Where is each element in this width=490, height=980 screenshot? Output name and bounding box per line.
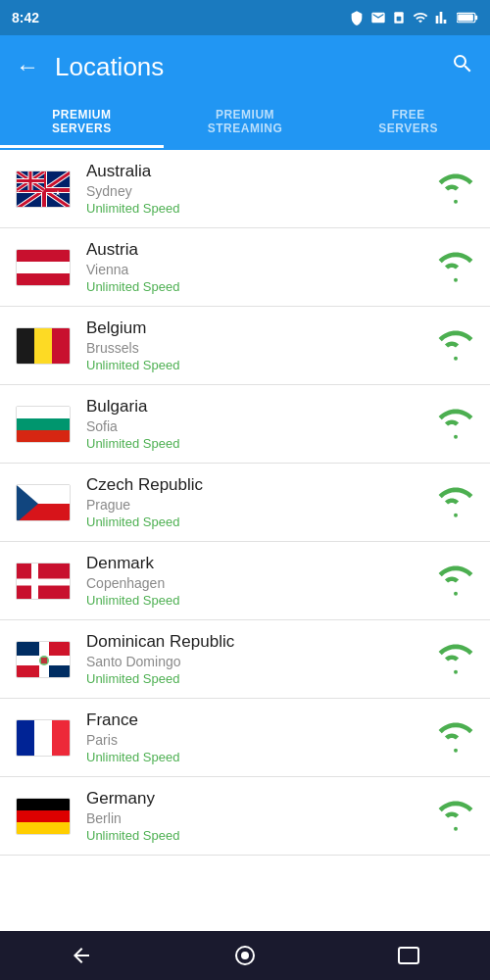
city-name: Paris xyxy=(86,732,437,748)
speed-label: Unlimited Speed xyxy=(86,279,437,294)
wifi-signal-icon xyxy=(437,249,474,286)
flag-belgium xyxy=(16,327,71,365)
wifi-signal-icon xyxy=(437,171,474,208)
email-icon xyxy=(370,10,386,25)
tabs: PREMIUMSERVERS PREMIUMSTREAMING FREESERV… xyxy=(0,98,490,150)
svg-point-27 xyxy=(454,356,458,360)
list-item[interactable]: Denmark Copenhagen Unlimited Speed xyxy=(0,542,490,620)
svg-rect-50 xyxy=(399,948,418,963)
location-info: France Paris Unlimited Speed xyxy=(86,710,437,764)
svg-rect-44 xyxy=(41,658,47,663)
speed-label: Unlimited Speed xyxy=(86,671,437,686)
search-icon xyxy=(451,52,474,75)
wifi-signal-icon xyxy=(437,563,474,600)
country-name: Belgium xyxy=(86,318,437,338)
list-item[interactable]: Bulgaria Sofia Unlimited Speed xyxy=(0,385,490,464)
flag-dominican-republic xyxy=(16,641,71,678)
speed-label: Unlimited Speed xyxy=(86,828,437,843)
svg-point-45 xyxy=(454,669,458,673)
country-name: Bulgaria xyxy=(86,397,437,416)
city-name: Sydney xyxy=(86,183,437,199)
location-info: Bulgaria Sofia Unlimited Speed xyxy=(86,397,437,451)
svg-point-46 xyxy=(454,748,458,752)
location-info: Denmark Copenhagen Unlimited Speed xyxy=(86,554,437,608)
list-item[interactable]: France Paris Unlimited Speed xyxy=(0,699,490,777)
recent-nav-icon xyxy=(398,947,419,964)
city-name: Santo Domingo xyxy=(86,654,437,669)
flag-bulgaria xyxy=(16,406,71,443)
speed-label: Unlimited Speed xyxy=(86,593,437,608)
city-name: Vienna xyxy=(86,262,437,277)
country-name: Australia xyxy=(86,162,437,181)
svg-point-28 xyxy=(454,434,458,438)
svg-point-26 xyxy=(454,277,458,281)
status-icons xyxy=(349,10,478,25)
status-bar: 8:42 xyxy=(0,0,490,35)
svg-point-49 xyxy=(241,952,249,959)
location-info: Australia Sydney Unlimited Speed xyxy=(86,162,437,216)
home-nav-icon xyxy=(235,946,255,965)
country-name: France xyxy=(86,710,437,730)
city-name: Sofia xyxy=(86,418,437,434)
shield-icon xyxy=(349,10,365,25)
status-time: 8:42 xyxy=(12,10,349,25)
tab-premium-servers[interactable]: PREMIUMSERVERS xyxy=(0,98,164,148)
list-item[interactable]: Austria Vienna Unlimited Speed xyxy=(0,228,490,307)
nav-recent-button[interactable] xyxy=(389,936,428,975)
country-name: Denmark xyxy=(86,554,437,573)
svg-rect-3 xyxy=(475,16,477,21)
country-name: Austria xyxy=(86,240,437,260)
list-item[interactable]: Australia Sydney Unlimited Speed xyxy=(0,150,490,228)
svg-rect-1 xyxy=(397,17,402,22)
wifi-signal-icon xyxy=(437,406,474,443)
nav-back-button[interactable] xyxy=(62,936,101,975)
back-button[interactable]: ← xyxy=(16,53,39,80)
bottom-nav xyxy=(0,931,490,980)
svg-point-47 xyxy=(454,826,458,830)
country-name: Germany xyxy=(86,789,437,808)
flag-czech-republic xyxy=(16,484,71,521)
tab-premium-streaming[interactable]: PREMIUMSTREAMING xyxy=(164,98,327,148)
svg-rect-4 xyxy=(458,14,473,21)
country-name: Czech Republic xyxy=(86,475,437,495)
signal-icon xyxy=(435,10,451,25)
svg-point-32 xyxy=(454,513,458,516)
flag-germany xyxy=(16,798,71,835)
header: ← Locations xyxy=(0,35,490,98)
list-item[interactable]: Germany Berlin Unlimited Speed xyxy=(0,777,490,856)
speed-label: Unlimited Speed xyxy=(86,201,437,216)
speed-label: Unlimited Speed xyxy=(86,436,437,451)
list-item[interactable]: Czech Republic Prague Unlimited Speed xyxy=(0,464,490,542)
search-button[interactable] xyxy=(451,52,474,81)
wifi-signal-icon xyxy=(437,719,474,757)
wifi-signal-icon xyxy=(437,327,474,365)
nav-home-button[interactable] xyxy=(225,936,265,975)
wifi-status-icon xyxy=(412,10,429,25)
city-name: Prague xyxy=(86,497,437,513)
svg-point-25 xyxy=(454,199,458,203)
sim-icon xyxy=(392,10,406,25)
country-name: Dominican Republic xyxy=(86,632,437,652)
list-item[interactable]: Belgium Brussels Unlimited Speed xyxy=(0,307,490,385)
svg-rect-35 xyxy=(17,578,71,585)
location-info: Czech Republic Prague Unlimited Speed xyxy=(86,475,437,529)
city-name: Brussels xyxy=(86,340,437,356)
flag-denmark xyxy=(16,563,71,600)
battery-icon xyxy=(457,11,478,24)
flag-france xyxy=(16,719,71,757)
svg-point-36 xyxy=(454,591,458,595)
list-item[interactable]: Dominican Republic Santo Domingo Unlimit… xyxy=(0,620,490,699)
speed-label: Unlimited Speed xyxy=(86,750,437,764)
location-info: Germany Berlin Unlimited Speed xyxy=(86,789,437,843)
location-info: Dominican Republic Santo Domingo Unlimit… xyxy=(86,632,437,686)
location-info: Belgium Brussels Unlimited Speed xyxy=(86,318,437,372)
location-list: Australia Sydney Unlimited Speed Austria… xyxy=(0,150,490,932)
page-title: Locations xyxy=(55,52,451,82)
wifi-signal-icon xyxy=(437,641,474,678)
speed-label: Unlimited Speed xyxy=(86,358,437,372)
location-info: Austria Vienna Unlimited Speed xyxy=(86,240,437,294)
tab-free-servers[interactable]: FREESERVERS xyxy=(326,98,490,148)
city-name: Copenhagen xyxy=(86,575,437,591)
wifi-signal-icon xyxy=(437,798,474,835)
speed-label: Unlimited Speed xyxy=(86,514,437,529)
